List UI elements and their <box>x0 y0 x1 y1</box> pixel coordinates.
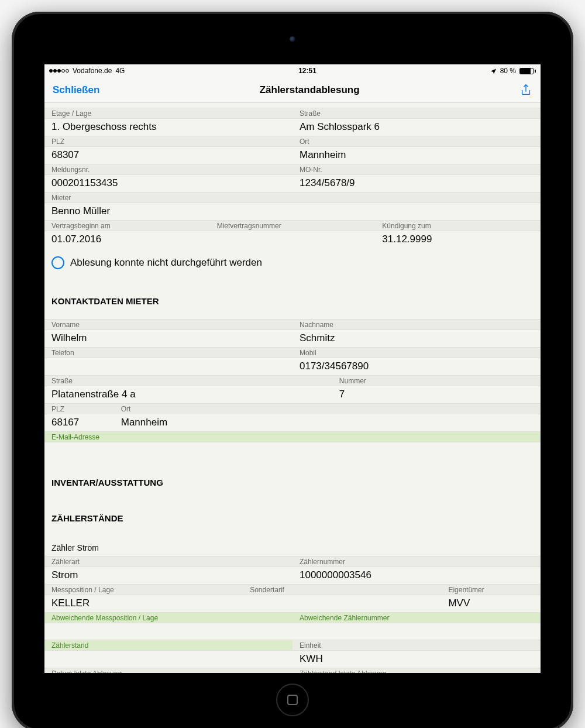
field-meldungsnr: Meldungsnr. 000201153435 <box>44 164 292 192</box>
field-abw-zaehlernummer[interactable]: Abweichende Zählernummer <box>292 612 541 640</box>
field-abw-messposition[interactable]: Abweichende Messposition / Lage <box>44 612 292 640</box>
battery-icon <box>519 68 536 74</box>
network-indicator: 4G <box>115 67 125 75</box>
field-kontakt-nummer[interactable]: Nummer 7 <box>332 375 541 403</box>
status-time: 12:51 <box>298 67 316 75</box>
field-monr: MO-Nr. 1234/5678/9 <box>292 164 541 192</box>
carrier-name: Vodafone.de <box>73 67 112 75</box>
field-zaehlerstand[interactable]: Zählerstand <box>44 640 292 668</box>
home-button-icon <box>287 695 298 705</box>
status-bar: Vodafone.de 4G 12:51 80 % <box>44 64 541 77</box>
field-eigentuemer: Eigentümer MVV <box>441 584 541 612</box>
field-ort: Ort Mannheim <box>292 136 541 164</box>
page-title: Zählerstandablesung <box>260 84 360 96</box>
field-vertragsbeginn: Vertragsbeginn am 01.07.2016 <box>44 220 210 248</box>
field-zaehlerstand-letzte: Zählerstand letzte Ablesung 100,000 <box>292 668 541 673</box>
status-right: 80 % <box>490 67 536 75</box>
field-sondertarif: Sondertarif <box>243 584 441 612</box>
field-mietvertragsnummer: Mietvertragsnummer <box>210 220 376 248</box>
field-zaehlerart: Zählerart Strom <box>44 556 292 584</box>
form-content[interactable]: Etage / Lage 1. Obergeschoss rechts Stra… <box>44 103 541 673</box>
field-mobil[interactable]: Mobil 0173/34567890 <box>292 347 541 375</box>
field-kontakt-strasse[interactable]: Straße Platanenstraße 4 a <box>44 375 332 403</box>
zaehler-strom-subheading: Zähler Strom <box>44 531 541 556</box>
signal-strength-icon <box>49 69 69 73</box>
field-zaehlernummer: Zählernummer 1000000003546 <box>292 556 541 584</box>
field-plz: PLZ 68307 <box>44 136 292 164</box>
field-strasse: Straße Am Schlosspark 6 <box>292 108 541 136</box>
field-einheit: Einheit KWH <box>292 640 541 668</box>
field-kuendigung: Kündigung zum 31.12.9999 <box>375 220 541 248</box>
field-kontakt-ort[interactable]: Ort Mannheim <box>114 403 541 431</box>
field-kontakt-plz[interactable]: PLZ 68167 <box>44 403 114 431</box>
share-icon <box>519 84 532 97</box>
camera <box>290 36 295 42</box>
location-arrow-icon <box>490 68 497 74</box>
ablesung-nicht-checkbox[interactable]: Ablesung konnte nicht durchgeführt werde… <box>44 248 541 277</box>
navigation-bar: Schließen Zählerstandablesung <box>44 77 541 103</box>
field-etage-lage: Etage / Lage 1. Obergeschoss rechts <box>44 108 292 136</box>
ipad-device-frame: Vodafone.de 4G 12:51 80 % Schließen Zähl… <box>12 12 573 728</box>
field-telefon[interactable]: Telefon <box>44 347 292 375</box>
share-button[interactable] <box>519 84 532 97</box>
app-screen: Vodafone.de 4G 12:51 80 % Schließen Zähl… <box>44 64 541 673</box>
kontakt-heading: KONTAKTDATEN MIETER <box>44 277 541 319</box>
field-vorname[interactable]: Vorname Wilhelm <box>44 319 292 347</box>
home-button[interactable] <box>276 684 309 716</box>
field-datum-letzte: Datum letzte Ablesung 01.06.2016 <box>44 668 292 673</box>
field-messposition: Messposition / Lage KELLER <box>44 584 243 612</box>
status-left: Vodafone.de 4G <box>49 67 125 75</box>
inventar-heading: INVENTAR/AUSSTATTUNG <box>44 459 541 500</box>
zaehler-heading: ZÄHLERSTÄNDE <box>44 500 541 531</box>
field-email[interactable]: E-Mail-Adresse <box>44 431 541 459</box>
battery-percent: 80 % <box>500 67 516 75</box>
close-button[interactable]: Schließen <box>53 84 99 96</box>
field-mieter: Mieter Benno Müller <box>44 192 541 220</box>
field-nachname[interactable]: Nachname Schmitz <box>292 319 541 347</box>
radio-unchecked-icon <box>51 256 64 269</box>
